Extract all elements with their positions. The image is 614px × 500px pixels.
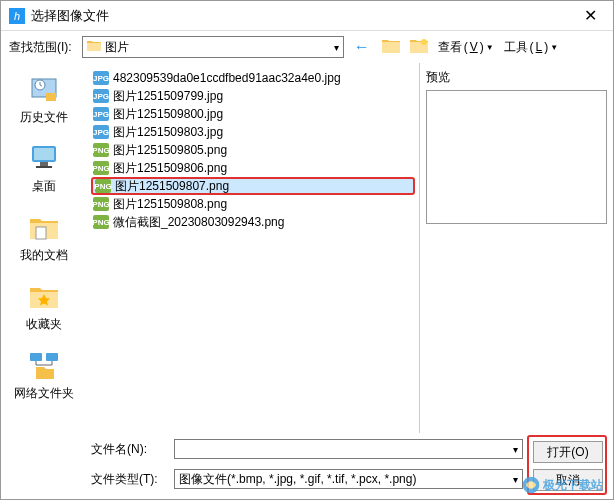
sidebar-item-history[interactable]: 历史文件 bbox=[20, 73, 68, 126]
svg-rect-10 bbox=[46, 353, 58, 361]
svg-rect-7 bbox=[36, 166, 52, 168]
file-name: 图片1251509807.png bbox=[115, 178, 229, 195]
open-button[interactable]: 打开(O) bbox=[533, 441, 603, 463]
png-file-icon: PNG bbox=[93, 143, 109, 157]
file-name: 图片1251509800.jpg bbox=[113, 106, 223, 123]
jpg-file-icon: JPG bbox=[93, 89, 109, 103]
file-name: 482309539da0e1ccdfbed91aac32a4e0.jpg bbox=[113, 71, 341, 85]
location-combo[interactable]: 图片 ▾ bbox=[82, 36, 344, 58]
sidebar-item-label: 网络文件夹 bbox=[14, 385, 74, 402]
sidebar-item-favorites[interactable]: 收藏夹 bbox=[26, 280, 62, 333]
body: 历史文件 桌面 我的文档 收藏夹 网络文件夹 JPG482309539da0e1… bbox=[1, 63, 613, 433]
bottom-area: 文件名(N): ▾ 文件类型(T): 图像文件(*.bmp, *.jpg, *.… bbox=[1, 433, 613, 497]
tools-menu-label: 工具 bbox=[504, 39, 528, 56]
filetype-combo[interactable]: 图像文件(*.bmp, *.jpg, *.gif, *.tif, *.pcx, … bbox=[174, 469, 523, 489]
file-row[interactable]: PNG图片1251509807.png bbox=[91, 177, 415, 195]
view-menu-label: 查看 bbox=[438, 39, 462, 56]
svg-rect-9 bbox=[30, 353, 42, 361]
filename-input[interactable]: ▾ bbox=[174, 439, 523, 459]
sidebar-item-label: 收藏夹 bbox=[26, 316, 62, 333]
new-folder-button[interactable] bbox=[408, 38, 430, 57]
file-name: 图片1251509806.png bbox=[113, 160, 227, 177]
chevron-down-icon: ▾ bbox=[513, 474, 518, 485]
file-row[interactable]: JPG图片1251509803.jpg bbox=[91, 123, 415, 141]
sidebar: 历史文件 桌面 我的文档 收藏夹 网络文件夹 bbox=[1, 63, 87, 433]
location-text: 图片 bbox=[105, 39, 334, 56]
file-row[interactable]: PNG图片1251509808.png bbox=[91, 195, 415, 213]
file-row[interactable]: PNG图片1251509805.png bbox=[91, 141, 415, 159]
file-name: 微信截图_20230803092943.png bbox=[113, 214, 284, 231]
file-name: 图片1251509805.png bbox=[113, 142, 227, 159]
svg-rect-3 bbox=[46, 93, 56, 101]
svg-rect-6 bbox=[40, 162, 48, 166]
filename-label: 文件名(N): bbox=[91, 441, 166, 458]
chevron-down-icon: ▼ bbox=[550, 43, 558, 52]
window-title: 选择图像文件 bbox=[31, 7, 575, 25]
sidebar-item-label: 历史文件 bbox=[20, 109, 68, 126]
jpg-file-icon: JPG bbox=[93, 107, 109, 121]
preview-box bbox=[426, 90, 607, 224]
lookin-label: 查找范围(I): bbox=[9, 39, 72, 56]
chevron-down-icon: ▼ bbox=[486, 43, 494, 52]
svg-point-0 bbox=[421, 39, 427, 45]
png-file-icon: PNG bbox=[93, 161, 109, 175]
app-icon: h bbox=[9, 8, 25, 24]
png-file-icon: PNG bbox=[93, 197, 109, 211]
chevron-down-icon: ▾ bbox=[513, 444, 518, 455]
jpg-file-icon: JPG bbox=[93, 71, 109, 85]
up-folder-button[interactable] bbox=[380, 38, 402, 57]
folder-icon bbox=[87, 40, 101, 55]
file-dialog: h 选择图像文件 ✕ 查找范围(I): 图片 ▾ ← 查看(V)▼ 工具(L)▼ bbox=[0, 0, 614, 500]
view-menu[interactable]: 查看(V)▼ bbox=[436, 39, 496, 56]
file-row[interactable]: JPG图片1251509800.jpg bbox=[91, 105, 415, 123]
preview-pane: 预览 bbox=[419, 63, 613, 433]
sidebar-item-label: 桌面 bbox=[32, 178, 56, 195]
file-row[interactable]: JPG图片1251509799.jpg bbox=[91, 87, 415, 105]
titlebar: h 选择图像文件 ✕ bbox=[1, 1, 613, 31]
file-name: 图片1251509803.jpg bbox=[113, 124, 223, 141]
sidebar-item-desktop[interactable]: 桌面 bbox=[28, 142, 60, 195]
back-button[interactable]: ← bbox=[350, 38, 374, 56]
svg-rect-5 bbox=[34, 148, 54, 160]
file-list[interactable]: JPG482309539da0e1ccdfbed91aac32a4e0.jpgJ… bbox=[87, 63, 419, 433]
filetype-label: 文件类型(T): bbox=[91, 471, 166, 488]
toolbar: 查找范围(I): 图片 ▾ ← 查看(V)▼ 工具(L)▼ bbox=[1, 31, 613, 63]
svg-rect-8 bbox=[36, 227, 46, 239]
preview-label: 预览 bbox=[426, 69, 607, 86]
png-file-icon: PNG bbox=[95, 179, 111, 193]
file-name: 图片1251509799.jpg bbox=[113, 88, 223, 105]
file-row[interactable]: PNG微信截图_20230803092943.png bbox=[91, 213, 415, 231]
cancel-button[interactable]: 取消 bbox=[533, 469, 603, 491]
jpg-file-icon: JPG bbox=[93, 125, 109, 139]
chevron-down-icon: ▾ bbox=[334, 42, 339, 53]
sidebar-item-documents[interactable]: 我的文档 bbox=[20, 211, 68, 264]
close-button[interactable]: ✕ bbox=[575, 6, 605, 25]
file-name: 图片1251509808.png bbox=[113, 196, 227, 213]
png-file-icon: PNG bbox=[93, 215, 109, 229]
file-row[interactable]: PNG图片1251509806.png bbox=[91, 159, 415, 177]
file-row[interactable]: JPG482309539da0e1ccdfbed91aac32a4e0.jpg bbox=[91, 69, 415, 87]
sidebar-item-label: 我的文档 bbox=[20, 247, 68, 264]
sidebar-item-network[interactable]: 网络文件夹 bbox=[14, 349, 74, 402]
tools-menu[interactable]: 工具(L)▼ bbox=[502, 39, 561, 56]
